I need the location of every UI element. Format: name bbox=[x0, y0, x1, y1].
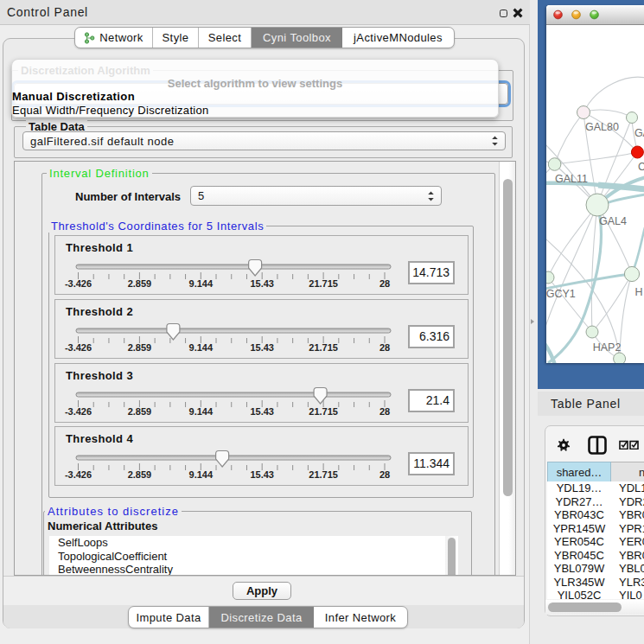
svg-text:28: 28 bbox=[379, 278, 390, 289]
svg-text:2.859: 2.859 bbox=[128, 342, 152, 353]
svg-text:21.715: 21.715 bbox=[309, 469, 338, 480]
svg-text:9.144: 9.144 bbox=[189, 469, 214, 480]
svg-text:2.859: 2.859 bbox=[128, 406, 152, 417]
svg-text:15.43: 15.43 bbox=[250, 469, 274, 480]
svg-text:-3.426: -3.426 bbox=[65, 278, 92, 289]
svg-text:CY: CY bbox=[638, 161, 644, 173]
svg-text:-3.426: -3.426 bbox=[65, 469, 92, 480]
svg-text:9.144: 9.144 bbox=[189, 278, 214, 289]
svg-text:28: 28 bbox=[379, 469, 390, 480]
svg-text:15.43: 15.43 bbox=[250, 342, 274, 353]
svg-text:H: H bbox=[635, 286, 643, 298]
svg-text:GA: GA bbox=[634, 127, 644, 139]
svg-text:-3.426: -3.426 bbox=[65, 406, 92, 417]
svg-text:15.43: 15.43 bbox=[250, 278, 274, 289]
svg-text:GAL4: GAL4 bbox=[599, 215, 627, 227]
svg-text:9.144: 9.144 bbox=[189, 406, 214, 417]
svg-text:28: 28 bbox=[379, 406, 390, 417]
svg-text:2.859: 2.859 bbox=[128, 278, 152, 289]
svg-text:HAP2: HAP2 bbox=[593, 341, 622, 354]
svg-text:GCY1: GCY1 bbox=[546, 288, 576, 300]
svg-text:21.715: 21.715 bbox=[309, 278, 338, 289]
svg-text:9.144: 9.144 bbox=[189, 342, 214, 353]
svg-text:GAL11: GAL11 bbox=[555, 173, 588, 185]
svg-text:21.715: 21.715 bbox=[309, 406, 338, 417]
svg-text:-3.426: -3.426 bbox=[65, 342, 92, 353]
svg-text:15.43: 15.43 bbox=[250, 406, 274, 417]
svg-text:GAL80: GAL80 bbox=[585, 121, 619, 133]
svg-text:28: 28 bbox=[379, 342, 390, 353]
svg-text:2.859: 2.859 bbox=[128, 469, 152, 480]
svg-text:21.715: 21.715 bbox=[309, 342, 338, 353]
